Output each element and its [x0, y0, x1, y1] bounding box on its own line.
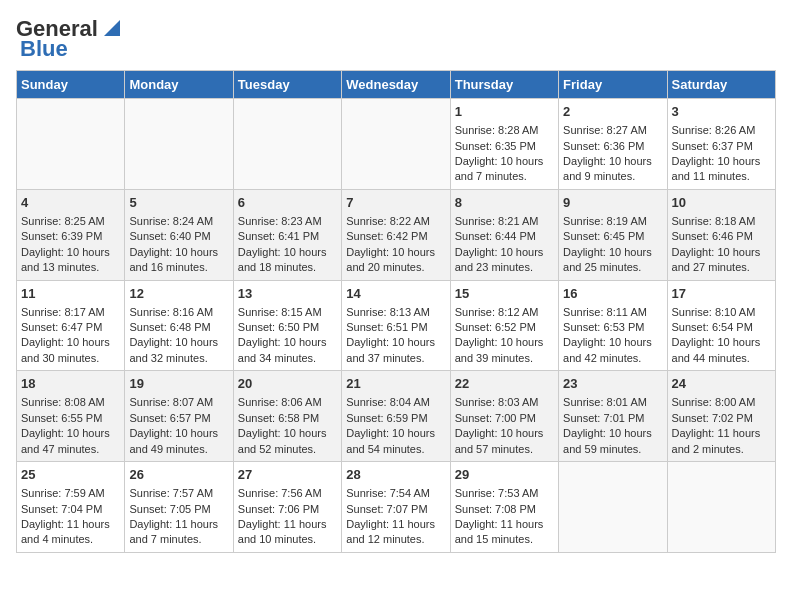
day-number: 24	[672, 375, 771, 393]
calendar-cell	[342, 99, 450, 190]
sunrise-text: Sunrise: 8:21 AM	[455, 214, 554, 229]
daylight-text: Daylight: 10 hours and 11 minutes.	[672, 154, 771, 185]
calendar-cell: 6Sunrise: 8:23 AMSunset: 6:41 PMDaylight…	[233, 189, 341, 280]
sunrise-text: Sunrise: 8:22 AM	[346, 214, 445, 229]
daylight-text: Daylight: 11 hours and 10 minutes.	[238, 517, 337, 548]
calendar-cell: 17Sunrise: 8:10 AMSunset: 6:54 PMDayligh…	[667, 280, 775, 371]
sunset-text: Sunset: 6:48 PM	[129, 320, 228, 335]
sunrise-text: Sunrise: 8:06 AM	[238, 395, 337, 410]
logo-triangle-icon	[100, 16, 124, 40]
sunrise-text: Sunrise: 8:18 AM	[672, 214, 771, 229]
sunrise-text: Sunrise: 8:07 AM	[129, 395, 228, 410]
sunrise-text: Sunrise: 7:54 AM	[346, 486, 445, 501]
daylight-text: Daylight: 10 hours and 32 minutes.	[129, 335, 228, 366]
calendar-cell: 3Sunrise: 8:26 AMSunset: 6:37 PMDaylight…	[667, 99, 775, 190]
sunset-text: Sunset: 7:07 PM	[346, 502, 445, 517]
sunrise-text: Sunrise: 7:56 AM	[238, 486, 337, 501]
daylight-text: Daylight: 10 hours and 59 minutes.	[563, 426, 662, 457]
calendar-cell	[559, 462, 667, 553]
daylight-text: Daylight: 10 hours and 34 minutes.	[238, 335, 337, 366]
sunset-text: Sunset: 6:47 PM	[21, 320, 120, 335]
calendar-cell: 13Sunrise: 8:15 AMSunset: 6:50 PMDayligh…	[233, 280, 341, 371]
sunset-text: Sunset: 6:39 PM	[21, 229, 120, 244]
day-number: 6	[238, 194, 337, 212]
sunrise-text: Sunrise: 8:17 AM	[21, 305, 120, 320]
daylight-text: Daylight: 10 hours and 49 minutes.	[129, 426, 228, 457]
sunset-text: Sunset: 7:01 PM	[563, 411, 662, 426]
daylight-text: Daylight: 10 hours and 39 minutes.	[455, 335, 554, 366]
sunrise-text: Sunrise: 7:53 AM	[455, 486, 554, 501]
day-number: 16	[563, 285, 662, 303]
calendar-cell: 11Sunrise: 8:17 AMSunset: 6:47 PMDayligh…	[17, 280, 125, 371]
daylight-text: Daylight: 11 hours and 4 minutes.	[21, 517, 120, 548]
sunrise-text: Sunrise: 8:26 AM	[672, 123, 771, 138]
daylight-text: Daylight: 10 hours and 37 minutes.	[346, 335, 445, 366]
sunrise-text: Sunrise: 8:10 AM	[672, 305, 771, 320]
calendar-cell: 29Sunrise: 7:53 AMSunset: 7:08 PMDayligh…	[450, 462, 558, 553]
day-number: 11	[21, 285, 120, 303]
day-number: 29	[455, 466, 554, 484]
daylight-text: Daylight: 10 hours and 52 minutes.	[238, 426, 337, 457]
sunrise-text: Sunrise: 7:57 AM	[129, 486, 228, 501]
daylight-text: Daylight: 10 hours and 25 minutes.	[563, 245, 662, 276]
calendar-week-row: 4Sunrise: 8:25 AMSunset: 6:39 PMDaylight…	[17, 189, 776, 280]
calendar-cell: 5Sunrise: 8:24 AMSunset: 6:40 PMDaylight…	[125, 189, 233, 280]
daylight-text: Daylight: 10 hours and 20 minutes.	[346, 245, 445, 276]
day-number: 10	[672, 194, 771, 212]
day-number: 13	[238, 285, 337, 303]
day-number: 27	[238, 466, 337, 484]
daylight-text: Daylight: 10 hours and 44 minutes.	[672, 335, 771, 366]
sunrise-text: Sunrise: 8:19 AM	[563, 214, 662, 229]
day-number: 28	[346, 466, 445, 484]
day-number: 9	[563, 194, 662, 212]
calendar-week-row: 11Sunrise: 8:17 AMSunset: 6:47 PMDayligh…	[17, 280, 776, 371]
sunset-text: Sunset: 6:41 PM	[238, 229, 337, 244]
sunrise-text: Sunrise: 8:13 AM	[346, 305, 445, 320]
daylight-text: Daylight: 10 hours and 23 minutes.	[455, 245, 554, 276]
sunset-text: Sunset: 6:50 PM	[238, 320, 337, 335]
calendar-cell: 20Sunrise: 8:06 AMSunset: 6:58 PMDayligh…	[233, 371, 341, 462]
daylight-text: Daylight: 11 hours and 15 minutes.	[455, 517, 554, 548]
day-number: 15	[455, 285, 554, 303]
calendar-cell: 28Sunrise: 7:54 AMSunset: 7:07 PMDayligh…	[342, 462, 450, 553]
weekday-header-wednesday: Wednesday	[342, 71, 450, 99]
daylight-text: Daylight: 10 hours and 9 minutes.	[563, 154, 662, 185]
sunset-text: Sunset: 7:08 PM	[455, 502, 554, 517]
day-number: 19	[129, 375, 228, 393]
weekday-header-tuesday: Tuesday	[233, 71, 341, 99]
sunrise-text: Sunrise: 8:28 AM	[455, 123, 554, 138]
sunset-text: Sunset: 7:05 PM	[129, 502, 228, 517]
daylight-text: Daylight: 10 hours and 30 minutes.	[21, 335, 120, 366]
calendar-cell: 12Sunrise: 8:16 AMSunset: 6:48 PMDayligh…	[125, 280, 233, 371]
daylight-text: Daylight: 10 hours and 42 minutes.	[563, 335, 662, 366]
sunset-text: Sunset: 6:59 PM	[346, 411, 445, 426]
calendar-cell: 2Sunrise: 8:27 AMSunset: 6:36 PMDaylight…	[559, 99, 667, 190]
day-number: 4	[21, 194, 120, 212]
daylight-text: Daylight: 10 hours and 13 minutes.	[21, 245, 120, 276]
sunset-text: Sunset: 6:57 PM	[129, 411, 228, 426]
calendar-cell: 22Sunrise: 8:03 AMSunset: 7:00 PMDayligh…	[450, 371, 558, 462]
calendar-cell: 4Sunrise: 8:25 AMSunset: 6:39 PMDaylight…	[17, 189, 125, 280]
sunset-text: Sunset: 6:37 PM	[672, 139, 771, 154]
calendar-cell	[233, 99, 341, 190]
calendar-cell: 27Sunrise: 7:56 AMSunset: 7:06 PMDayligh…	[233, 462, 341, 553]
sunrise-text: Sunrise: 8:03 AM	[455, 395, 554, 410]
calendar-cell: 24Sunrise: 8:00 AMSunset: 7:02 PMDayligh…	[667, 371, 775, 462]
day-number: 2	[563, 103, 662, 121]
sunset-text: Sunset: 6:53 PM	[563, 320, 662, 335]
daylight-text: Daylight: 10 hours and 57 minutes.	[455, 426, 554, 457]
calendar-week-row: 1Sunrise: 8:28 AMSunset: 6:35 PMDaylight…	[17, 99, 776, 190]
weekday-header-monday: Monday	[125, 71, 233, 99]
header: General Blue	[16, 16, 776, 62]
sunrise-text: Sunrise: 7:59 AM	[21, 486, 120, 501]
calendar-cell: 1Sunrise: 8:28 AMSunset: 6:35 PMDaylight…	[450, 99, 558, 190]
day-number: 21	[346, 375, 445, 393]
calendar-cell: 19Sunrise: 8:07 AMSunset: 6:57 PMDayligh…	[125, 371, 233, 462]
day-number: 23	[563, 375, 662, 393]
logo: General Blue	[16, 16, 124, 62]
day-number: 25	[21, 466, 120, 484]
sunset-text: Sunset: 6:52 PM	[455, 320, 554, 335]
calendar-cell: 14Sunrise: 8:13 AMSunset: 6:51 PMDayligh…	[342, 280, 450, 371]
day-number: 20	[238, 375, 337, 393]
day-number: 5	[129, 194, 228, 212]
